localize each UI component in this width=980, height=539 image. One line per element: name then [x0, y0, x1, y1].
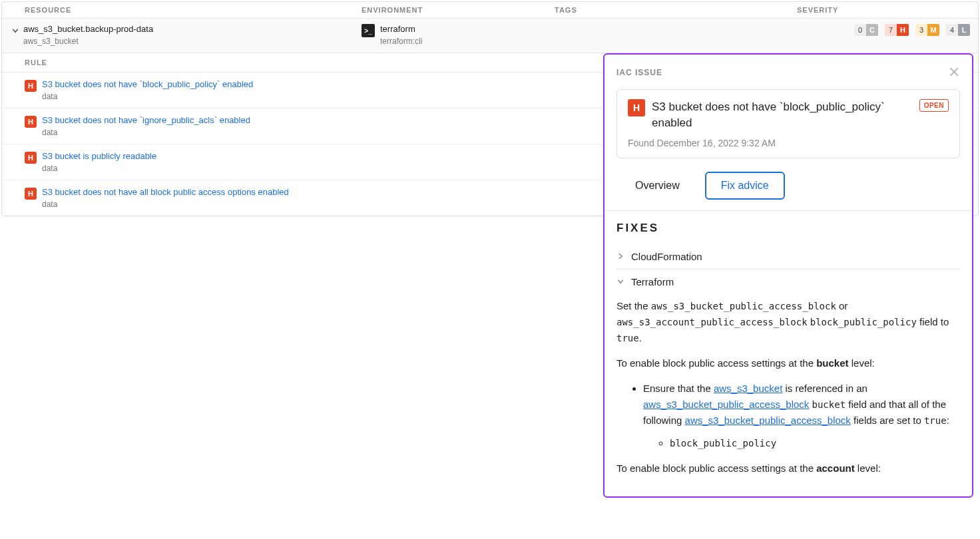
- severity-badge-high: H: [25, 80, 37, 92]
- rule-title[interactable]: S3 bucket does not have all block public…: [42, 187, 289, 197]
- rule-category: data: [42, 92, 253, 101]
- rule-category: data: [42, 164, 156, 173]
- panel-tabs: Overview Fix advice: [619, 172, 957, 200]
- tab-overview[interactable]: Overview: [619, 172, 696, 200]
- severity-medium: 3M: [915, 24, 939, 36]
- resource-name: aws_s3_bucket.backup-prod-data: [23, 24, 362, 34]
- rule-category: data: [42, 200, 289, 209]
- issue-summary: H S3 bucket does not have `block_public_…: [616, 89, 960, 158]
- iac-issue-panel: IAC ISSUE ✕ H S3 bucket does not have `b…: [603, 53, 973, 218]
- resource-type: aws_s3_bucket: [23, 37, 362, 46]
- chevron-down-icon[interactable]: [11, 27, 19, 35]
- col-environment: ENVIRONMENT: [362, 6, 555, 14]
- severity-high: 7H: [885, 24, 909, 36]
- rule-category: data: [42, 128, 250, 137]
- rule-title[interactable]: S3 bucket does not have `block_public_po…: [42, 79, 253, 89]
- col-severity: SEVERITY: [797, 6, 978, 14]
- env-sub: terraform:cli: [380, 37, 422, 46]
- resource-row[interactable]: aws_s3_bucket.backup-prod-data aws_s3_bu…: [2, 19, 978, 53]
- status-badge-open: OPEN: [919, 99, 949, 112]
- issue-title: S3 bucket does not have `block_public_po…: [652, 99, 913, 131]
- severity-badge-high: H: [25, 116, 37, 128]
- tab-fix-advice[interactable]: Fix advice: [705, 172, 785, 200]
- severity-badge-high: H: [628, 99, 645, 116]
- issue-found-time: Found December 16, 2022 9:32 AM: [628, 138, 949, 148]
- col-tags: TAGS: [555, 6, 797, 14]
- table-header-row: RESOURCE ENVIRONMENT TAGS SEVERITY: [2, 2, 978, 19]
- divider: [605, 210, 972, 211]
- close-icon[interactable]: ✕: [948, 65, 960, 80]
- severity-badge-high: H: [25, 152, 37, 164]
- rule-title[interactable]: S3 bucket is publicly readable: [42, 151, 156, 161]
- severity-critical: 0C: [854, 24, 878, 36]
- terminal-icon: >_: [362, 24, 375, 37]
- panel-header: IAC ISSUE: [616, 68, 662, 77]
- severity-badge-high: H: [25, 188, 37, 200]
- rule-title[interactable]: S3 bucket does not have `ignore_public_a…: [42, 115, 250, 125]
- env-name: terraform: [380, 24, 422, 34]
- col-resource: RESOURCE: [2, 6, 362, 14]
- severity-low: 4L: [946, 24, 970, 36]
